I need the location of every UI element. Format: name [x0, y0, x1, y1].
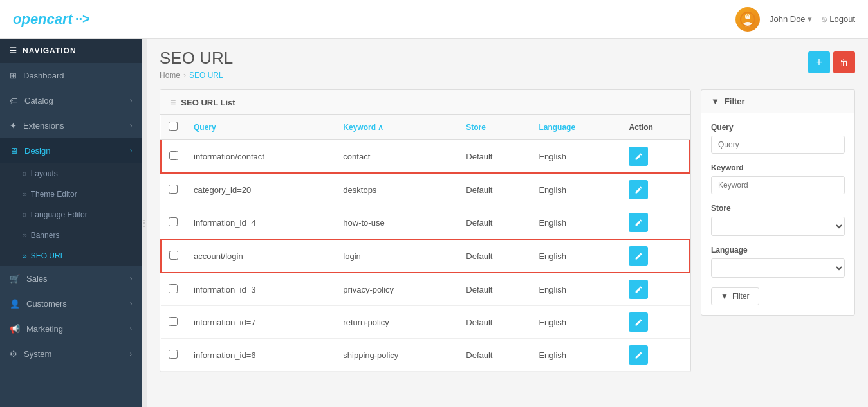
- filter-header: ▼ Filter: [701, 89, 855, 113]
- sidebar-item-theme-editor[interactable]: Theme Editor: [0, 184, 142, 204]
- list-icon: ≡: [170, 96, 176, 108]
- edit-button-4[interactable]: [629, 246, 648, 266]
- sidebar-item-sales[interactable]: 🛒 Sales ›: [0, 266, 142, 291]
- filter-body: Query Keyword Store Default: [701, 113, 855, 316]
- content-area: SEO URL Home › SEO URL + 🗑 ≡ SEO U: [147, 39, 868, 407]
- th-language[interactable]: Language: [531, 115, 621, 140]
- th-query[interactable]: Query: [186, 115, 335, 140]
- filter-language-select[interactable]: English: [711, 258, 845, 278]
- row-store: Default: [458, 173, 531, 206]
- customers-icon: 👤: [10, 299, 20, 309]
- edit-button-5[interactable]: [629, 280, 648, 299]
- row-checkbox-cell: [161, 306, 186, 339]
- table-row: information_id=4 how-to-use Default Engl…: [161, 206, 690, 240]
- sidebar-item-customers[interactable]: 👤 Customers ›: [0, 291, 142, 316]
- user-name[interactable]: John Doe: [770, 14, 812, 24]
- sidebar-item-system[interactable]: ⚙ System ›: [0, 341, 142, 366]
- th-keyword[interactable]: Keyword ∧: [335, 115, 458, 140]
- sidebar-item-extensions[interactable]: ✦ Extensions ›: [0, 113, 142, 138]
- resize-handle: [142, 39, 147, 407]
- row-checkbox-3[interactable]: [169, 217, 178, 226]
- row-checkbox-4[interactable]: [169, 251, 178, 260]
- table-row: information_id=3 privacy-policy Default …: [161, 273, 690, 306]
- dashboard-icon: ⊞: [10, 71, 17, 80]
- edit-button-6[interactable]: [629, 312, 648, 332]
- header-right: John Doe ⎋ Logout: [735, 7, 855, 32]
- row-action: [621, 306, 690, 339]
- sidebar-item-catalog[interactable]: 🏷 Catalog ›: [0, 88, 142, 113]
- filter-query-group: Query: [711, 123, 845, 154]
- filter-button[interactable]: ▼ Filter: [711, 287, 759, 305]
- marketing-arrow: ›: [130, 325, 132, 332]
- table-row: account/login login Default English: [161, 239, 690, 273]
- delete-button[interactable]: 🗑: [833, 51, 855, 73]
- row-keyword: return-policy: [335, 306, 458, 339]
- row-keyword: desktops: [335, 173, 458, 206]
- edit-button-7[interactable]: [629, 345, 648, 365]
- sidebar-item-layouts[interactable]: Layouts: [0, 163, 142, 184]
- filter-keyword-input[interactable]: [711, 176, 845, 194]
- row-checkbox-5[interactable]: [169, 284, 178, 293]
- sidebar-item-banners[interactable]: Banners: [0, 225, 142, 246]
- row-checkbox-7[interactable]: [169, 350, 178, 359]
- sidebar-item-marketing[interactable]: 📢 Marketing ›: [0, 316, 142, 341]
- sidebar-item-seo-url[interactable]: SEO URL: [0, 246, 142, 266]
- filter-icon: ▼: [711, 96, 719, 106]
- extensions-icon: ✦: [10, 121, 17, 131]
- row-language: English: [531, 206, 621, 240]
- filter-store-group: Store Default: [711, 204, 845, 236]
- hamburger-icon: ☰: [10, 46, 17, 55]
- content-filter-wrapper: ≡ SEO URL List Query: [160, 89, 855, 372]
- row-checkbox-cell: [161, 206, 186, 240]
- row-query: account/login: [186, 239, 335, 273]
- row-query: information_id=6: [186, 339, 335, 372]
- catalog-icon: 🏷: [10, 96, 18, 105]
- row-keyword: how-to-use: [335, 206, 458, 240]
- row-action: [621, 206, 690, 240]
- row-store: Default: [458, 239, 531, 273]
- sidebar-item-design[interactable]: 🖥 Design ›: [0, 138, 142, 163]
- row-language: English: [531, 339, 621, 372]
- row-language: English: [531, 239, 621, 273]
- add-button[interactable]: +: [808, 51, 830, 73]
- row-keyword: shipping-policy: [335, 339, 458, 372]
- row-checkbox-6[interactable]: [169, 317, 178, 326]
- sidebar-item-dashboard[interactable]: ⊞ Dashboard: [0, 63, 142, 88]
- row-checkbox-1[interactable]: [169, 151, 178, 160]
- design-icon: 🖥: [10, 146, 18, 156]
- th-store[interactable]: Store: [458, 115, 531, 140]
- catalog-arrow: ›: [130, 97, 132, 104]
- edit-button-3[interactable]: [629, 213, 648, 232]
- row-query: information_id=7: [186, 306, 335, 339]
- table-row: information/contact contact Default Engl…: [161, 140, 690, 173]
- extensions-arrow: ›: [130, 122, 132, 129]
- row-checkbox-2[interactable]: [169, 185, 178, 194]
- row-action: [621, 239, 690, 273]
- row-store: Default: [458, 339, 531, 372]
- filter-btn-icon: ▼: [721, 292, 728, 301]
- row-keyword: login: [335, 239, 458, 273]
- row-checkbox-cell: [161, 173, 186, 206]
- edit-button-1[interactable]: [629, 147, 648, 166]
- row-query: information_id=3: [186, 273, 335, 306]
- sales-arrow: ›: [130, 275, 132, 282]
- row-action: [621, 173, 690, 206]
- page-title: SEO URL: [160, 48, 233, 68]
- row-query: category_id=20: [186, 173, 335, 206]
- nav-header: ☰ NAVIGATION: [0, 39, 142, 63]
- filter-store-select[interactable]: Default: [711, 217, 845, 236]
- row-action: [621, 140, 690, 173]
- row-language: English: [531, 173, 621, 206]
- row-store: Default: [458, 306, 531, 339]
- filter-language-label: Language: [711, 246, 845, 255]
- breadcrumb-home[interactable]: Home: [160, 71, 180, 80]
- edit-button-2[interactable]: [629, 180, 648, 199]
- system-arrow: ›: [130, 350, 132, 357]
- table-row: information_id=6 shipping-policy Default…: [161, 339, 690, 372]
- logout-button[interactable]: ⎋ Logout: [822, 14, 855, 24]
- filter-query-input[interactable]: [711, 136, 845, 154]
- select-all-checkbox[interactable]: [169, 122, 178, 131]
- sidebar-item-language-editor[interactable]: Language Editor: [0, 204, 142, 225]
- row-checkbox-cell: [161, 273, 186, 306]
- sidebar: ☰ NAVIGATION ⊞ Dashboard 🏷 Catalog › ✦ E…: [0, 39, 142, 407]
